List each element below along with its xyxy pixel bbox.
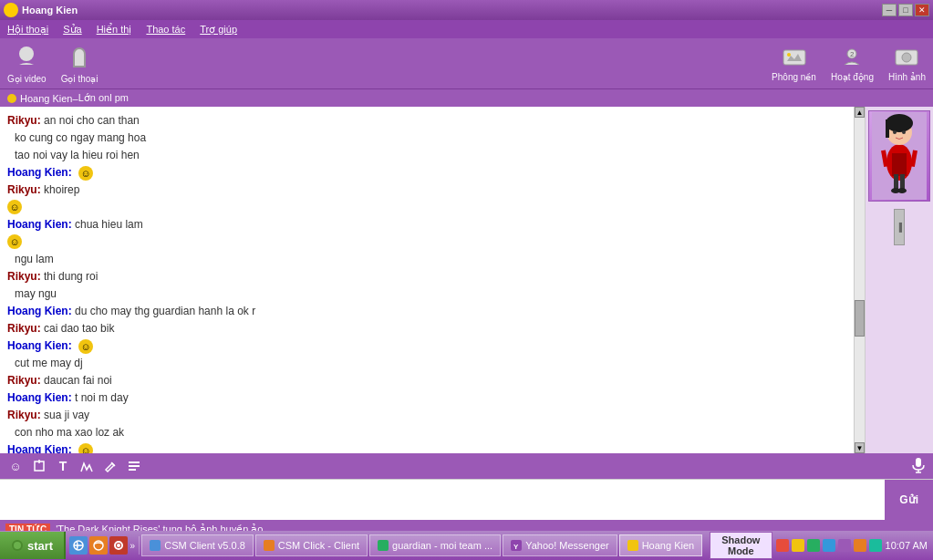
msg-text: du cho may thg guardian hanh la ok r [75, 305, 255, 317]
scroll-thumb[interactable] [855, 300, 865, 337]
msg-sender: Hoang Kien: [7, 391, 72, 404]
message-input[interactable] [0, 480, 885, 520]
handwriting-button[interactable] [77, 456, 97, 476]
voice-call-label: Gọi thoại [61, 74, 98, 84]
svg-point-10 [886, 114, 913, 132]
taskbar-app-label: Yahoo! Messenger [525, 540, 609, 551]
svg-point-2 [787, 53, 791, 57]
svg-rect-1 [783, 50, 805, 65]
svg-point-13 [902, 130, 906, 134]
msg-sender: Hoang Kien: [7, 339, 72, 352]
activity-button[interactable]: 2 Hoạt động [831, 45, 874, 82]
menu-thaotac[interactable]: Thao tác [142, 22, 189, 36]
msg-line: may ngu [7, 285, 846, 302]
tray-icon-4[interactable] [823, 539, 835, 552]
svg-rect-39 [378, 540, 389, 551]
send-button[interactable]: Gửi [885, 480, 933, 520]
tray-icon-3[interactable] [807, 539, 820, 552]
input-toolbar: ☺ T [0, 453, 933, 479]
msg-text: an noi cho can than [44, 114, 140, 127]
emoji-smiley: ☺ [7, 200, 22, 214]
scroll-down-button[interactable]: ▼ [855, 442, 865, 453]
msg-text: daucan fai noi [44, 374, 112, 387]
close-button[interactable]: ✕ [915, 4, 929, 16]
menu-bar: Hội thoại Sửa Hiển thị Thao tác Trợ giúp [0, 20, 933, 38]
taskbar-guardian[interactable]: guardian - moi team ... [369, 534, 501, 556]
tray-icon-1[interactable] [776, 539, 789, 552]
photo-label: Hình ảnh [888, 72, 926, 82]
svg-rect-25 [129, 465, 140, 467]
menu-hoithoai[interactable]: Hội thoại [4, 22, 52, 37]
sidebar-scroll[interactable]: ▐ [894, 209, 905, 245]
start-button[interactable]: start [0, 532, 66, 559]
tray-icon-5[interactable] [838, 539, 851, 552]
svg-point-36 [117, 544, 120, 547]
taskbar: start » CSM Client v5.0.8 CSM Click - [0, 531, 933, 560]
taskbar-apps: CSM Client v5.0.8 CSM Click - Client gua… [140, 531, 704, 560]
menu-hienthi[interactable]: Hiển thị [93, 22, 136, 37]
svg-rect-11 [886, 119, 889, 138]
msg-line: Rikyu: daucan fai noi [7, 372, 846, 389]
emoji-button[interactable]: ☺ [5, 456, 26, 476]
toolbar: Gọi video Gọi thoại Phông nền [0, 38, 933, 88]
more-button[interactable] [124, 456, 144, 476]
edit-button[interactable] [100, 456, 120, 476]
yahoo-icon: Y [511, 540, 522, 551]
emoji-smiley: ☺ [78, 166, 93, 181]
tray-icon-7[interactable] [869, 539, 882, 552]
svg-rect-27 [916, 458, 921, 467]
svg-rect-26 [129, 469, 136, 471]
background-label: Phông nền [772, 72, 816, 82]
photo-button[interactable]: Hình ảnh [888, 45, 926, 82]
taskbar-app-label: guardian - moi team ... [392, 540, 492, 551]
voice-call-button[interactable]: Gọi thoại [61, 43, 98, 84]
quick-launch-arrows[interactable]: » [130, 536, 135, 555]
taskbar-right: Shadow Mode 10:07 AM [704, 531, 933, 560]
taskbar-hoangkien[interactable]: Hoang Kien [619, 534, 703, 556]
microphone-button[interactable] [909, 456, 928, 477]
sidebar-panel: ▐ [865, 107, 933, 453]
msg-text: t noi m day [75, 391, 129, 404]
chat-scrollbar[interactable]: ▲ ▼ [854, 107, 865, 453]
svg-rect-14 [892, 153, 907, 176]
status-message: Lớn onl pm [78, 92, 129, 104]
msg-sender: Rikyu: [7, 409, 41, 421]
tray-icon-6[interactable] [854, 539, 866, 552]
svg-point-31 [14, 542, 21, 549]
msg-line: cut me may dj [7, 355, 846, 371]
ie-icon[interactable] [69, 536, 88, 555]
guardian-icon [378, 540, 389, 551]
chat-messages[interactable]: Rikyu: an noi cho can than ko cung co ng… [0, 107, 854, 453]
nudge-button[interactable] [29, 456, 49, 476]
background-button[interactable]: Phông nền [772, 45, 816, 82]
window-title: Hoang Kien [22, 5, 78, 16]
tray-icon-2[interactable] [792, 539, 804, 552]
input-area: Gửi [0, 479, 933, 520]
system-tray [776, 539, 882, 552]
menu-trogiup[interactable]: Trợ giúp [196, 22, 241, 37]
browser-icon[interactable] [89, 536, 108, 555]
msg-text: sua ji vay [44, 409, 89, 421]
main-area: Rikyu: an noi cho can than ko cung co ng… [0, 107, 933, 453]
emoji-smiley: ☺ [78, 339, 93, 354]
csm-click-icon [264, 540, 275, 551]
msg-line: tao noi vay la hieu roi hen [7, 147, 846, 163]
scroll-up-button[interactable]: ▲ [855, 107, 865, 118]
status-bar: Hoang Kien – Lớn onl pm [0, 88, 933, 107]
scroll-track[interactable] [855, 118, 865, 442]
photo-icon [894, 45, 919, 70]
font-button[interactable]: T [53, 456, 73, 476]
maximize-button[interactable]: □ [898, 4, 913, 16]
taskbar-yahoo[interactable]: Y Yahoo! Messenger [503, 534, 617, 556]
msg-text: thi dung roi [44, 270, 98, 283]
svg-point-6 [902, 53, 911, 62]
taskbar-csm-click[interactable]: CSM Click - Client [255, 534, 368, 556]
taskbar-csm-client[interactable]: CSM Client v5.0.8 [141, 534, 254, 556]
chrome-icon[interactable] [109, 536, 128, 555]
shadow-mode-button[interactable]: Shadow Mode [710, 532, 772, 559]
video-call-button[interactable]: Gọi video [7, 43, 47, 84]
msg-line: ko cung co ngay mang hoa [7, 130, 846, 146]
minimize-button[interactable]: ─ [882, 4, 897, 16]
msg-sender: Hoang Kien: [7, 305, 72, 317]
menu-sua[interactable]: Sửa [59, 22, 85, 37]
